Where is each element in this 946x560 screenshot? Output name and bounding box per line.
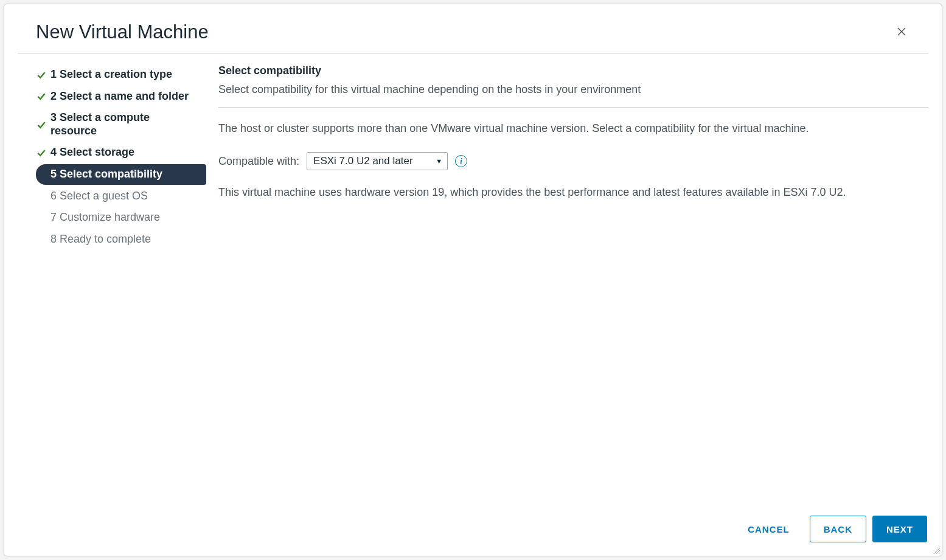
- step-label: 3 Select a compute resource: [50, 111, 198, 137]
- compatibility-row: Compatible with: ESXi 7.0 U2 and later ▼…: [218, 152, 928, 170]
- step-ready-complete[interactable]: 8 Ready to complete: [36, 229, 206, 250]
- step-label: 6 Select a guest OS: [50, 190, 148, 203]
- step-label: 1 Select a creation type: [50, 68, 172, 81]
- step-label: 2 Select a name and folder: [50, 90, 189, 103]
- content-description-1: The host or cluster supports more than o…: [218, 119, 928, 139]
- dialog-title: New Virtual Machine: [36, 21, 209, 43]
- select-value: ESXi 7.0 U2 and later: [313, 155, 412, 167]
- section-header: Select compatibility Select compatibilit…: [218, 64, 928, 108]
- dialog-footer: CANCEL BACK NEXT: [4, 505, 942, 556]
- info-icon[interactable]: i: [455, 155, 467, 167]
- dialog-header: New Virtual Machine: [18, 4, 928, 54]
- svg-line-2: [934, 548, 940, 554]
- step-compatibility[interactable]: 5 Select compatibility: [36, 164, 206, 185]
- compatible-with-label: Compatible with:: [218, 155, 299, 168]
- svg-line-4: [939, 553, 940, 554]
- content-heading: Select compatibility: [218, 64, 928, 77]
- check-icon: [36, 120, 47, 130]
- wizard-content: Select compatibility Select compatibilit…: [206, 54, 928, 505]
- step-label: 7 Customize hardware: [50, 211, 160, 224]
- step-guest-os[interactable]: 6 Select a guest OS: [36, 186, 206, 207]
- check-icon: [36, 91, 47, 101]
- svg-line-3: [936, 550, 940, 554]
- resize-handle-icon: [932, 546, 941, 555]
- dialog-body: 1 Select a creation type 2 Select a name…: [4, 54, 942, 505]
- content-subheading: Select compatibility for this virtual ma…: [218, 81, 928, 99]
- step-compute-resource[interactable]: 3 Select a compute resource: [36, 108, 206, 141]
- step-storage[interactable]: 4 Select storage: [36, 142, 206, 163]
- step-label: 4 Select storage: [50, 146, 134, 159]
- chevron-down-icon: ▼: [436, 157, 442, 165]
- next-button[interactable]: NEXT: [872, 516, 927, 542]
- content-description-2: This virtual machine uses hardware versi…: [218, 182, 928, 202]
- step-label: 8 Ready to complete: [50, 233, 151, 246]
- check-icon: [36, 70, 47, 80]
- cancel-button[interactable]: CANCEL: [734, 516, 804, 542]
- new-vm-wizard-dialog: New Virtual Machine 1 Select a creation …: [4, 4, 942, 556]
- compatible-with-select[interactable]: ESXi 7.0 U2 and later ▼: [307, 152, 448, 170]
- step-creation-type[interactable]: 1 Select a creation type: [36, 64, 206, 85]
- wizard-steps-sidebar: 1 Select a creation type 2 Select a name…: [18, 54, 206, 505]
- close-button[interactable]: [893, 23, 910, 41]
- back-button[interactable]: BACK: [810, 516, 866, 542]
- step-label: 5 Select compatibility: [50, 168, 162, 181]
- step-name-folder[interactable]: 2 Select a name and folder: [36, 86, 206, 107]
- step-customize-hardware[interactable]: 7 Customize hardware: [36, 207, 206, 228]
- close-icon: [897, 27, 906, 36]
- check-icon: [36, 148, 47, 157]
